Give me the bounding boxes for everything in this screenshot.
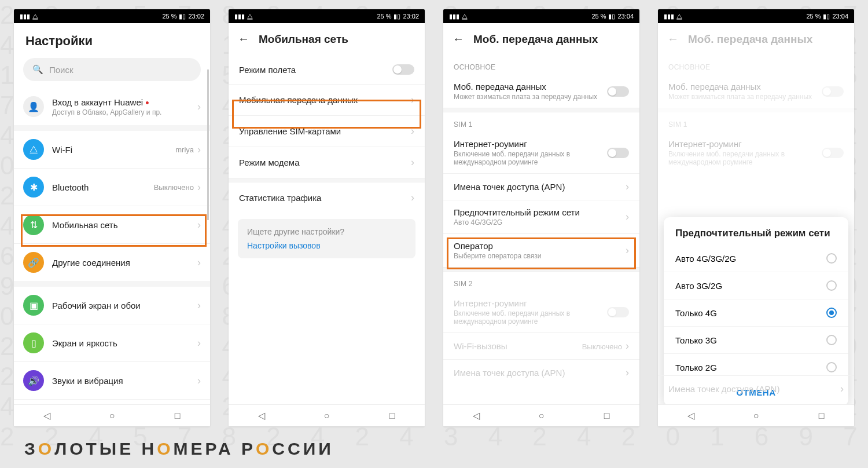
wifi-icon: ⧋ [247, 13, 253, 20]
bluetooth-value: Выключено [154, 183, 194, 192]
chevron-right-icon: › [197, 299, 201, 312]
wifi-icon: ⧋ [32, 13, 38, 20]
battery-percent: 25 % [806, 13, 821, 20]
option-label: Авто 3G/2G [675, 281, 722, 291]
roaming-toggle[interactable] [607, 148, 629, 158]
airplane-mode-row[interactable]: Режим полета [229, 55, 425, 84]
status-bar: ▮▮▮⧋ 25 %▮▯23:02 [229, 9, 425, 23]
apn-row-behind: Имена точек доступа (APN) › [658, 375, 854, 402]
sound-row[interactable]: 🔊 Звуки и вибрация › [14, 361, 210, 399]
mobile-network-row[interactable]: ⇅ Мобильная сеть › [14, 206, 210, 243]
radio-option-0[interactable]: Авто 4G/3G/2G [664, 245, 848, 272]
wifi-icon: ⧋ [676, 13, 682, 20]
nav-back-button[interactable]: ◁ [42, 411, 52, 421]
nav-back-button[interactable]: ◁ [256, 411, 267, 421]
airplane-toggle[interactable] [392, 64, 414, 75]
roaming-title: Интернет-роуминг [454, 139, 602, 149]
apn-label: Имена точек доступа (APN) [454, 182, 565, 192]
nav-home-button[interactable]: ○ [107, 411, 117, 421]
wallpaper-row[interactable]: ▣ Рабочий экран и обои › [14, 287, 210, 324]
radio-icon [826, 362, 837, 372]
account-icon: 👤 [23, 96, 44, 117]
stats-label: Статистика трафика [239, 193, 321, 203]
radio-option-1[interactable]: Авто 3G/2G [664, 272, 848, 299]
chevron-right-icon: › [411, 94, 414, 106]
call-settings-link[interactable]: Настройки вызовов [247, 241, 406, 250]
wallpaper-label: Рабочий экран и обои [52, 301, 197, 310]
chevron-right-icon: › [411, 156, 414, 169]
signal-icon: ▮▮▮ [664, 13, 674, 20]
nav-recent-button[interactable]: □ [816, 411, 827, 421]
chevron-right-icon: › [411, 125, 414, 137]
brand-accent: О [256, 439, 272, 459]
chevron-right-icon: › [626, 211, 629, 223]
clock: 23:04 [832, 13, 848, 20]
brand-accent: О [38, 439, 54, 459]
mobile-data-toggle[interactable] [607, 86, 629, 97]
status-bar: ▮▮▮⧋ 25 %▮▯23:04 [443, 9, 639, 23]
radio-option-3[interactable]: Только 3G [664, 326, 848, 353]
nav-recent-button[interactable]: □ [387, 411, 398, 421]
wifi-calls-row: Wi-Fi-вызовы Выключено› [443, 332, 639, 359]
chevron-right-icon: › [197, 101, 201, 113]
nav-recent-button[interactable]: □ [172, 411, 183, 421]
hint-question: Ищете другие настройки? [247, 227, 406, 236]
sim-label: Управление SIM-картами [239, 126, 341, 136]
nav-back-button[interactable]: ◁ [471, 411, 481, 421]
huawei-account-row[interactable]: 👤 Вход в аккаунт Huawei • Доступ в Облак… [14, 88, 210, 125]
back-button[interactable]: ← [238, 32, 249, 46]
bluetooth-row[interactable]: ✱ Bluetooth Выключено › [14, 168, 210, 206]
mobile-data-transfer-row[interactable]: Мобильная передача данных › [229, 84, 425, 115]
display-row[interactable]: ▯ Экран и яркость › [14, 324, 210, 361]
search-icon: 🔍 [32, 64, 43, 75]
mobile-data-label: Мобильная передача данных [239, 95, 358, 105]
hint-box: Ищете другие настройки? Настройки вызово… [238, 219, 415, 258]
radio-option-2[interactable]: Только 4G [664, 299, 848, 326]
nav-home-button[interactable]: ○ [322, 411, 332, 421]
phone-screen-settings: ▮▮▮ ⧋ 25 % ▮▯ 23:02 Настройки 🔍 Поиск 👤 … [14, 9, 210, 426]
signal-icon: ▮▮▮ [234, 13, 245, 20]
nav-recent-button[interactable]: □ [602, 411, 612, 421]
phone-screen-mobile-data: ▮▮▮⧋ 25 %▮▯23:04 ← Моб. передача данных … [443, 9, 639, 426]
roaming-row[interactable]: Интернет-роуминг Включение моб. передачи… [443, 132, 639, 173]
chevron-right-icon: › [197, 144, 201, 156]
signal-icon: ▮▮▮ [449, 13, 459, 20]
apn-label: Имена точек доступа (APN) [668, 384, 779, 394]
brand-text: З [24, 439, 38, 459]
search-placeholder: Поиск [49, 65, 73, 75]
chevron-right-icon: › [197, 181, 201, 193]
pref-title: Предпочтительный режим сети [454, 207, 580, 217]
chevron-right-icon: › [197, 257, 201, 269]
phone-screen-mobile-network: ▮▮▮⧋ 25 %▮▯23:02 ← Мобильная сеть Режим … [229, 9, 425, 426]
mobile-data-sub: Может взиматься плата за передачу данных [454, 93, 602, 101]
traffic-stats-row[interactable]: Статистика трафика › [229, 182, 425, 213]
page-title: Мобильная сеть [259, 33, 348, 46]
scrollbar[interactable] [207, 70, 209, 404]
section-main: ОСНОВНОЕ [443, 55, 639, 75]
mobile-data-title: Моб. передача данных [454, 82, 602, 92]
nav-home-button[interactable]: ○ [536, 411, 547, 421]
truncated-row[interactable]: ⬤ Уведомления [14, 399, 210, 404]
tethering-row[interactable]: Режим модема › [229, 147, 425, 178]
nav-back-button[interactable]: ◁ [686, 411, 696, 421]
back-button[interactable]: ← [453, 32, 464, 46]
mobile-data-toggle-row[interactable]: Моб. передача данных Может взиматься пла… [443, 75, 639, 108]
roaming2-title: Интернет-роуминг [454, 298, 602, 308]
wifi-icon: ⧋ [23, 139, 44, 160]
page-title: Моб. передача данных [473, 33, 598, 46]
operator-row[interactable]: Оператор Выберите оператора связи › [443, 233, 639, 267]
nav-home-button[interactable]: ○ [751, 411, 762, 421]
apn2-row: Имена точек доступа (APN) › [443, 359, 639, 386]
apn-row[interactable]: Имена точек доступа (APN) › [443, 173, 639, 200]
sim-management-row[interactable]: Управление SIM-картами › [229, 115, 425, 147]
battery-percent: 25 % [377, 13, 391, 20]
battery-icon: ▮▯ [179, 13, 186, 20]
option-label: Только 2G [675, 363, 717, 372]
roaming2-sub: Включение моб. передачи данных в междуна… [454, 309, 602, 326]
wifi-row[interactable]: ⧋ Wi-Fi mriya › [14, 131, 210, 168]
section-sim1: SIM 1 [443, 112, 639, 132]
preferred-network-row[interactable]: Предпочтительный режим сети Авто 4G/3G/2… [443, 200, 639, 233]
mobile-data-icon: ⇅ [23, 214, 44, 235]
search-input[interactable]: 🔍 Поиск [23, 58, 201, 81]
other-connections-row[interactable]: 🔗 Другие соединения › [14, 243, 210, 281]
